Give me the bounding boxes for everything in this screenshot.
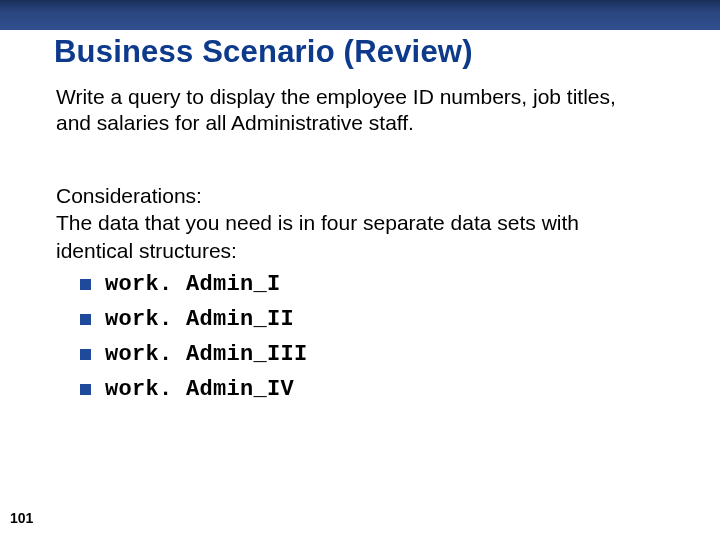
bullet-icon — [80, 279, 91, 290]
list-item: work. Admin_II — [80, 307, 640, 332]
header-band — [0, 0, 720, 30]
slide-number: 101 — [10, 510, 33, 526]
bullet-label: work. Admin_I — [105, 272, 281, 297]
list-item: work. Admin_I — [80, 272, 640, 297]
considerations-text: The data that you need is in four separa… — [56, 211, 579, 261]
considerations-block: Considerations: The data that you need i… — [56, 182, 642, 264]
list-item: work. Admin_III — [80, 342, 640, 367]
bullet-list: work. Admin_I work. Admin_II work. Admin… — [80, 272, 640, 412]
bullet-label: work. Admin_IV — [105, 377, 294, 402]
bullet-label: work. Admin_II — [105, 307, 294, 332]
considerations-label: Considerations: — [56, 184, 202, 207]
bullet-icon — [80, 384, 91, 395]
slide-title: Business Scenario (Review) — [54, 34, 473, 70]
bullet-icon — [80, 314, 91, 325]
bullet-icon — [80, 349, 91, 360]
bullet-label: work. Admin_III — [105, 342, 308, 367]
intro-paragraph: Write a query to display the employee ID… — [56, 84, 642, 137]
list-item: work. Admin_IV — [80, 377, 640, 402]
